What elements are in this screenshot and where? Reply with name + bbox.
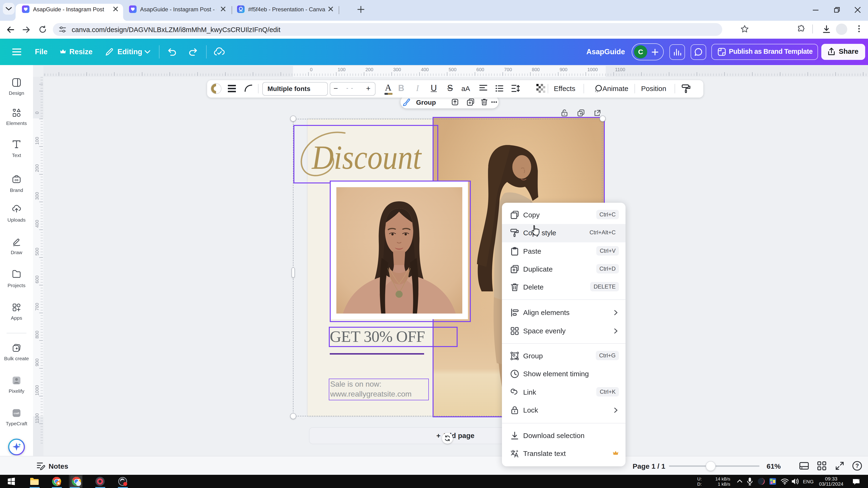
svg-text:co: co [14,178,19,182]
svg-text:craft: craft [14,412,19,415]
svg-text:?: ? [856,462,859,469]
